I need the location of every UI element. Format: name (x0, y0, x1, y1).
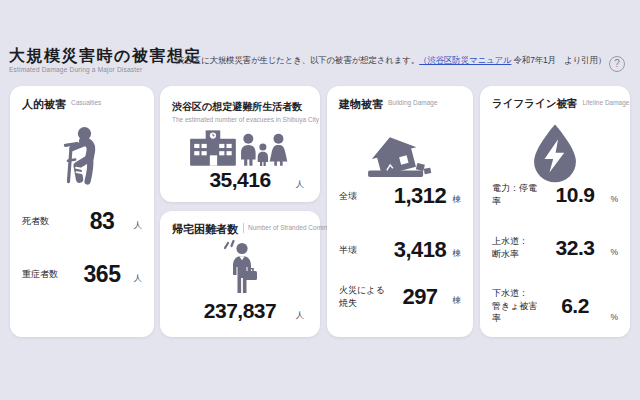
page-title-caption: Estimated Damage During a Major Disaster (9, 66, 202, 73)
stat-row-fire-loss: 火災による 焼失 297 棟 (339, 284, 461, 310)
help-button[interactable]: ? (609, 56, 625, 72)
stat-label: 火災による 焼失 (339, 284, 391, 309)
stat-unit: 人 (296, 179, 305, 191)
stat-value: 6.2 (544, 294, 606, 318)
stat-label: 電力：停電率 (492, 182, 544, 207)
commuter-icon (160, 239, 320, 295)
stat-value: 297 (391, 284, 449, 310)
disaster-manual-link[interactable]: （渋谷区防災マニュアル (419, 55, 511, 65)
stat-row-severe-injuries: 重症者数 365 人 (22, 261, 142, 288)
stat-label: 下水道： 管きょ被害率 (492, 287, 544, 325)
stat-row-sewer: 下水道： 管きょ被害率 6.2 % (492, 287, 618, 325)
card-lifeline-header: ライフライン被害 Lifeline Damage (480, 86, 630, 111)
card-caption: Building Damage (388, 99, 438, 106)
card-caption: The estimated number of evacuees in Shib… (172, 116, 308, 123)
stat-row-half-collapsed: 半壊 3,418 棟 (339, 237, 461, 263)
stat-unit: % (606, 194, 618, 207)
stat-row-collapsed: 全壊 1,312 棟 (339, 183, 461, 209)
card-caption: Casualties (71, 99, 101, 106)
question-icon: ? (614, 58, 620, 69)
page-title: 大規模災害時の被害想定 (9, 47, 202, 65)
dashboard: { "header": { "title": "大規模災害時の被害想定", "t… (0, 0, 640, 400)
stat-label: 半壊 (339, 244, 391, 257)
stat-unit: 棟 (449, 194, 461, 209)
stat-row-water-supply: 上水道： 断水率 32.3 % (492, 235, 618, 260)
card-title: 建物被害 (339, 97, 383, 112)
stat-unit: 棟 (449, 295, 461, 310)
stat-unit: % (606, 312, 618, 325)
shelter-family-icon (160, 127, 320, 167)
card-building-damage: 建物被害 Building Damage 全壊 1,312 棟 半壊 3,418… (327, 86, 473, 337)
stranded-value-row: 237,837 人 (160, 299, 320, 323)
power-drop-icon (480, 121, 630, 187)
stat-label: 重症者数 (22, 268, 74, 281)
stat-label: 死者数 (22, 215, 74, 228)
stat-value: 365 (74, 261, 130, 288)
stat-unit: 棟 (449, 248, 461, 263)
stat-label: 全壊 (339, 190, 391, 203)
stat-value: 3,418 (391, 237, 449, 263)
card-evacuees-header: 渋谷区の想定避難所生活者数 The estimated number of ev… (160, 86, 320, 123)
card-evacuees: 渋谷区の想定避難所生活者数 The estimated number of ev… (160, 86, 320, 202)
evacuees-value-row: 35,416 人 (160, 168, 320, 192)
stat-unit: 人 (130, 273, 142, 288)
card-building-header: 建物被害 Building Damage (327, 86, 473, 112)
stat-unit: 人 (296, 310, 305, 322)
card-stranded-commuters: 帰宅困難者数 Number of Stranded Commuters 237,… (160, 211, 320, 337)
stat-value: 10.9 (544, 183, 606, 207)
collapsed-house-icon (327, 124, 473, 186)
stat-value: 1,312 (391, 183, 449, 209)
stat-label: 上水道： 断水率 (492, 235, 544, 260)
description-citation: 令和7年1月 より引用） (511, 55, 606, 65)
card-title: 帰宅困難者数 (172, 222, 238, 237)
card-lifeline-damage: ライフライン被害 Lifeline Damage 電力：停電率 10.9 % 上… (480, 86, 630, 337)
card-caption: Lifeline Damage (582, 99, 629, 106)
page-title-block: 大規模災害時の被害想定 Estimated Damage During a Ma… (9, 47, 202, 73)
injured-person-icon (10, 122, 154, 192)
card-title: ライフライン被害 (492, 97, 577, 111)
stat-row-power: 電力：停電率 10.9 % (492, 182, 618, 207)
stat-value: 83 (74, 208, 130, 235)
card-stranded-header: 帰宅困難者数 Number of Stranded Commuters (160, 211, 320, 237)
card-title: 人的被害 (22, 97, 66, 112)
stat-value: 237,837 (204, 299, 276, 322)
description: 渋谷区に大規模災害が生じたとき、以下の被害が想定されます。（渋谷区防災マニュアル… (176, 55, 606, 67)
description-text: 渋谷区に大規模災害が生じたとき、以下の被害が想定されます。 (176, 55, 419, 65)
card-casualties-header: 人的被害 Casualties (10, 86, 154, 112)
stat-value: 32.3 (544, 236, 606, 260)
card-casualties: 人的被害 Casualties 死者数 83 人 重症者数 36 (10, 86, 154, 337)
stat-row-deaths: 死者数 83 人 (22, 208, 142, 235)
stat-unit: % (606, 247, 618, 260)
stat-unit: 人 (130, 220, 142, 235)
card-title: 渋谷区の想定避難所生活者数 (172, 101, 302, 112)
stat-value: 35,416 (209, 168, 270, 191)
